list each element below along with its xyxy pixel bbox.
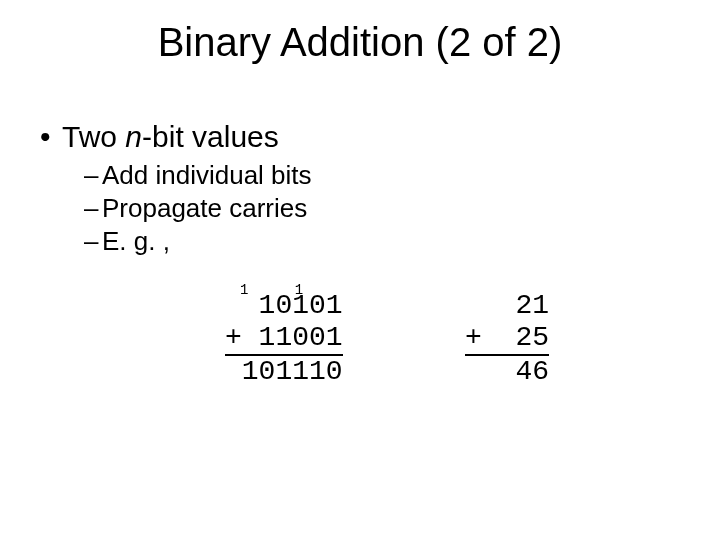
operand-b-binary: 11001 — [242, 322, 343, 355]
bullet-level2: –E. g. , — [84, 226, 680, 257]
plus-operator: + — [225, 322, 242, 355]
operator-cell — [225, 355, 242, 388]
bullet-sub-text: E. g. , — [102, 226, 170, 256]
dash-icon: – — [84, 160, 102, 191]
table-row: + 11001 — [225, 322, 343, 355]
operand-a-binary: 10101 — [242, 290, 343, 322]
operand-a-decimal: 21 — [499, 290, 549, 322]
binary-table: 10101 + 11001 101110 — [225, 290, 343, 389]
slide-body: •Two n-bit values –Add individual bits –… — [40, 120, 680, 259]
operand-b-decimal: 25 — [499, 322, 549, 355]
dash-icon: – — [84, 193, 102, 224]
plus-operator: + — [465, 322, 499, 355]
bullet-dot-icon: • — [40, 120, 62, 154]
bullet-level2: –Add individual bits — [84, 160, 680, 191]
operator-cell — [465, 290, 499, 322]
operator-cell — [465, 355, 499, 388]
bullet-text-italic: n — [125, 120, 142, 153]
sum-binary: 101110 — [242, 355, 343, 388]
bullet-sub-text: Add individual bits — [102, 160, 312, 190]
table-row: 10101 — [225, 290, 343, 322]
table-row: 21 — [465, 290, 549, 322]
slide-title: Binary Addition (2 of 2) — [0, 20, 720, 65]
operator-cell — [225, 290, 242, 322]
decimal-addition-block: 21 + 25 46 — [465, 290, 549, 389]
decimal-table: 21 + 25 46 — [465, 290, 549, 389]
bullet-level2: –Propagate carries — [84, 193, 680, 224]
bullet-text-pre: Two — [62, 120, 125, 153]
dash-icon: – — [84, 226, 102, 257]
bullet-level1: •Two n-bit values — [40, 120, 680, 154]
table-row: 101110 — [225, 355, 343, 388]
table-row: + 25 — [465, 322, 549, 355]
binary-addition-block: 10101 + 11001 101110 — [225, 290, 343, 389]
bullet-sub-text: Propagate carries — [102, 193, 307, 223]
sum-decimal: 46 — [499, 355, 549, 388]
bullet-text-post: -bit values — [142, 120, 279, 153]
table-row: 46 — [465, 355, 549, 388]
